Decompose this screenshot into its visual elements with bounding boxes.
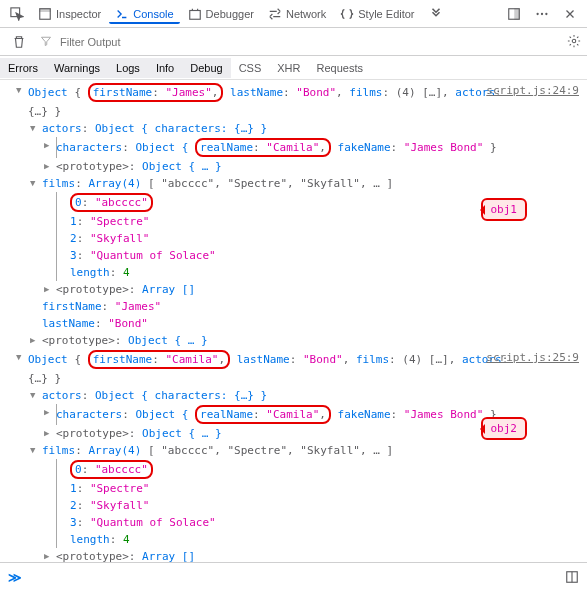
kebab-button[interactable] (529, 4, 555, 24)
prop-row[interactable]: characters: Object { realName: "Camila",… (0, 137, 587, 158)
log-row-cont: {…} } (0, 370, 587, 387)
tab-inspector[interactable]: Inspector (32, 4, 107, 24)
log-row-cont: {…} } (0, 103, 587, 120)
prop-row: firstName: "James" (0, 298, 587, 315)
trash-button[interactable] (6, 32, 32, 52)
expand-icon[interactable] (44, 282, 54, 297)
close-button[interactable] (557, 4, 583, 24)
cat-info[interactable]: Info (148, 58, 182, 78)
tab-network[interactable]: Network (262, 4, 332, 24)
expand-icon[interactable] (30, 443, 40, 458)
prompt-icon: ≫ (8, 570, 22, 585)
tab-debugger[interactable]: Debugger (182, 4, 260, 24)
prop-row: lastName: "Bond" (0, 315, 587, 332)
array-length: length: 4 (0, 264, 587, 281)
tab-label: Network (286, 8, 326, 20)
svg-rect-3 (189, 10, 200, 19)
log-row[interactable]: Object { firstName: "Camila", lastName: … (0, 349, 587, 370)
svg-point-8 (545, 12, 547, 14)
cat-css[interactable]: CSS (231, 58, 270, 78)
cat-logs[interactable]: Logs (108, 58, 148, 78)
object-label: Object (28, 86, 68, 99)
tab-style-editor[interactable]: Style Editor (334, 4, 420, 24)
expand-icon[interactable] (30, 176, 40, 191)
console-input-bar: ≫ (0, 562, 587, 592)
pick-element-button[interactable] (4, 4, 30, 24)
source-link[interactable]: script.js:25:9 (486, 350, 579, 365)
cat-xhr[interactable]: XHR (269, 58, 308, 78)
tab-label: Style Editor (358, 8, 414, 20)
prop-row[interactable]: actors: Object { characters: {…} } (0, 120, 587, 137)
prop-row[interactable]: films: Array(4) [ "abcccc", "Spectre", "… (0, 175, 587, 192)
prop-row[interactable]: films: Array(4) [ "abcccc", "Spectre", "… (0, 442, 587, 459)
console-output[interactable]: Object { firstName: "James", lastName: "… (0, 80, 587, 562)
svg-rect-2 (40, 8, 51, 11)
expand-icon[interactable] (44, 426, 54, 441)
array-item: 3: "Quantum of Solace" (0, 514, 587, 531)
array-item: 1: "Spectre" (0, 480, 587, 497)
highlight-box: realName: "Camila", (195, 138, 331, 157)
cat-errors[interactable]: Errors (0, 58, 46, 78)
dock-button[interactable] (501, 4, 527, 24)
expand-icon[interactable] (44, 138, 54, 153)
category-bar: Errors Warnings Logs Info Debug CSS XHR … (0, 56, 587, 80)
expand-icon[interactable] (30, 121, 40, 136)
gear-icon[interactable] (567, 34, 581, 50)
highlight-box: firstName: "Camila", (88, 350, 230, 369)
highlight-box: 0: "abcccc" (70, 460, 153, 479)
array-item: 2: "Skyfall" (0, 497, 587, 514)
annotation-obj1: obj1 (481, 198, 528, 221)
tab-console[interactable]: Console (109, 4, 179, 24)
expand-icon[interactable] (44, 405, 54, 420)
devtools-toolbar: Inspector Console Debugger Network Style… (0, 0, 587, 28)
tab-label: Inspector (56, 8, 101, 20)
source-link[interactable]: script.js:24:9 (486, 83, 579, 98)
array-item: 0: "abcccc" (0, 459, 587, 480)
log-row[interactable]: Object { firstName: "James", lastName: "… (0, 82, 587, 103)
cat-warnings[interactable]: Warnings (46, 58, 108, 78)
expand-icon[interactable] (30, 333, 40, 348)
annotation-obj2: obj2 (481, 417, 528, 440)
cat-requests[interactable]: Requests (309, 58, 371, 78)
tab-label: Console (133, 8, 173, 20)
highlight-box: realName: "Camila", (195, 405, 331, 424)
expand-icon[interactable] (16, 350, 26, 365)
prop-row[interactable]: <prototype>: Object { … } (0, 158, 587, 175)
filter-bar (0, 28, 587, 56)
split-panel-icon[interactable] (565, 570, 579, 586)
expand-icon[interactable] (44, 159, 54, 174)
cat-debug[interactable]: Debug (182, 58, 230, 78)
prop-row[interactable]: <prototype>: Array [] (0, 548, 587, 562)
filter-input[interactable] (60, 36, 559, 48)
console-input[interactable] (28, 571, 559, 584)
svg-point-7 (541, 12, 543, 14)
prop-row[interactable]: actors: Object { characters: {…} } (0, 387, 587, 404)
expand-icon[interactable] (30, 388, 40, 403)
highlight-box: 0: "abcccc" (70, 193, 153, 212)
highlight-box: firstName: "James", (88, 83, 224, 102)
object-label: Object (28, 353, 68, 366)
overflow-button[interactable] (423, 4, 449, 24)
expand-icon[interactable] (16, 83, 26, 98)
prop-row[interactable]: <prototype>: Object { … } (0, 332, 587, 349)
tab-label: Debugger (206, 8, 254, 20)
array-length: length: 4 (0, 531, 587, 548)
svg-point-9 (572, 39, 576, 43)
expand-icon[interactable] (44, 549, 54, 562)
array-item: 2: "Skyfall" (0, 230, 587, 247)
svg-point-6 (536, 12, 538, 14)
svg-rect-5 (515, 8, 519, 19)
array-item: 3: "Quantum of Solace" (0, 247, 587, 264)
funnel-icon (40, 35, 52, 49)
prop-row[interactable]: <prototype>: Array [] (0, 281, 587, 298)
